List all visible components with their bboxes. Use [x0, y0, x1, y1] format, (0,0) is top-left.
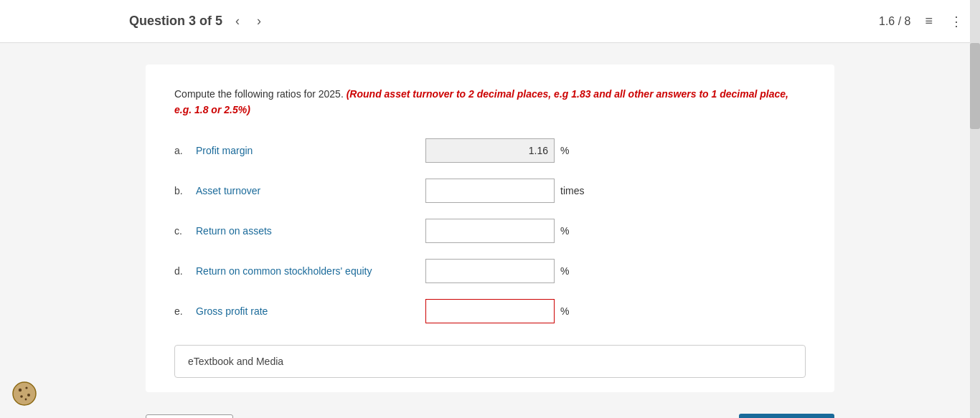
question-label: Question 3 of 5 — [129, 14, 222, 29]
unit-return-on-equity: % — [560, 265, 569, 277]
bottom-right: Attempts: 1 of 3 used Submit Answer — [632, 414, 834, 418]
row-name-profit-margin: Profit margin — [196, 145, 425, 156]
ratio-row-return-on-assets: c.Return on assets% — [174, 219, 806, 243]
ratio-row-gross-profit-rate: e.Gross profit rate% — [174, 299, 806, 323]
etextbook-box: eTextbook and Media — [174, 345, 806, 378]
input-return-on-equity[interactable] — [425, 259, 555, 283]
row-label-return-on-equity: d. — [174, 265, 196, 277]
ratio-rows: a.Profit margin%b.Asset turnovertimesc.R… — [174, 138, 806, 323]
input-return-on-assets[interactable] — [425, 219, 555, 243]
cookie-icon-button[interactable] — [11, 381, 37, 407]
unit-return-on-assets: % — [560, 225, 569, 237]
more-options-button[interactable]: ⋮ — [947, 11, 966, 32]
svg-point-2 — [25, 386, 27, 389]
row-name-asset-turnover: Asset turnover — [196, 185, 425, 196]
ratio-row-return-on-equity: d.Return on common stockholders' equity% — [174, 259, 806, 283]
input-gross-profit-rate[interactable] — [425, 299, 555, 323]
prev-question-button[interactable]: ‹ — [231, 12, 244, 30]
top-bar: Question 3 of 5 ‹ › 1.6 / 8 ≡ ⋮ — [0, 0, 980, 43]
row-label-asset-turnover: b. — [174, 185, 196, 196]
instruction-text: Compute the following ratios for 2025. (… — [174, 86, 806, 118]
scrollbar-track[interactable] — [970, 0, 980, 418]
list-icon-button[interactable]: ≡ — [922, 11, 936, 32]
etextbook-label: eTextbook and Media — [188, 356, 283, 367]
unit-profit-margin: % — [560, 145, 569, 156]
input-profit-margin[interactable] — [425, 138, 555, 163]
ratio-row-asset-turnover: b.Asset turnovertimes — [174, 179, 806, 203]
row-name-return-on-assets: Return on assets — [196, 225, 425, 237]
ratio-row-profit-margin: a.Profit margin% — [174, 138, 806, 163]
svg-point-0 — [13, 382, 36, 405]
main-content: Compute the following ratios for 2025. (… — [146, 65, 834, 392]
save-later-button[interactable]: Save for Later — [146, 414, 233, 418]
svg-point-3 — [27, 394, 30, 396]
row-label-return-on-assets: c. — [174, 225, 196, 237]
submit-answer-button[interactable]: Submit Answer — [739, 414, 834, 418]
row-name-return-on-equity: Return on common stockholders' equity — [196, 265, 425, 277]
svg-point-1 — [19, 389, 22, 391]
svg-point-5 — [25, 399, 27, 401]
bottom-bar: Save for Later Attempts: 1 of 3 used Sub… — [146, 414, 834, 418]
question-navigation: Question 3 of 5 ‹ › — [129, 12, 265, 30]
scrollbar-thumb[interactable] — [970, 43, 980, 129]
next-question-button[interactable]: › — [253, 12, 265, 30]
svg-point-4 — [20, 395, 23, 398]
unit-asset-turnover: times — [560, 185, 584, 196]
row-name-gross-profit-rate: Gross profit rate — [196, 305, 425, 317]
score-area: 1.6 / 8 ≡ ⋮ — [879, 11, 966, 32]
row-label-profit-margin: a. — [174, 145, 196, 156]
input-asset-turnover[interactable] — [425, 179, 555, 203]
row-label-gross-profit-rate: e. — [174, 305, 196, 317]
unit-gross-profit-rate: % — [560, 305, 569, 317]
score-display: 1.6 / 8 — [879, 15, 910, 28]
